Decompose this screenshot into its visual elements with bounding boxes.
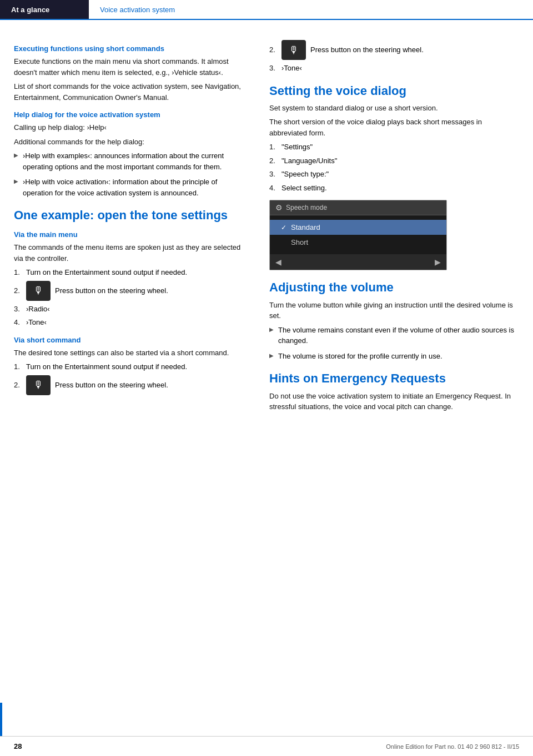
hints-emergency-title: Hints on Emergency Requests bbox=[269, 371, 519, 386]
page-number: 28 bbox=[14, 742, 22, 750]
section-executing-functions: Executing functions using short commands… bbox=[14, 44, 242, 103]
setting-voice-dialog-title: Setting the voice dialog bbox=[269, 84, 519, 98]
one-example-title: One example: open the tone settings bbox=[14, 208, 242, 223]
right-step-2: 2. 🎙 Press button on the steering wheel. bbox=[269, 40, 519, 60]
accent-line bbox=[0, 703, 2, 736]
checkmark-icon: ✓ bbox=[281, 224, 286, 231]
via-main-menu-para: The commands of the menu items are spoke… bbox=[14, 242, 242, 264]
nav-arrow-left-icon: ◀ bbox=[275, 258, 281, 266]
main-menu-step-3-text: ›Radio‹ bbox=[26, 304, 50, 315]
short-cmd-step-1-text: Turn on the Entertainment sound output i… bbox=[26, 361, 187, 372]
screenshot-speech-mode: ⚙ Speech mode ✓ Standard ✓ Short ◀ ▶ bbox=[269, 200, 447, 270]
main-menu-step-2-text: Press button on the steering wheel. bbox=[55, 285, 168, 296]
screenshot-item-short: ✓ Short bbox=[270, 235, 446, 250]
help-bullet-2: ▶ ›Help with voice activation‹: informat… bbox=[14, 177, 242, 198]
volume-bullet-2: ▶ The volume is stored for the profile c… bbox=[269, 351, 519, 362]
via-short-command-title: Via short command bbox=[14, 336, 242, 344]
screenshot-item-standard: ✓ Standard bbox=[270, 220, 446, 235]
screenshot-item-standard-label: Standard bbox=[291, 223, 320, 231]
voice-step-3: 3. "Speech type:" bbox=[269, 169, 519, 180]
main-menu-step-3: 3. ›Radio‹ bbox=[14, 304, 242, 315]
header-section-left: At a glance bbox=[0, 0, 89, 19]
adjusting-volume-title: Adjusting the volume bbox=[269, 280, 519, 295]
right-step-2-text: Press button on the steering wheel. bbox=[310, 44, 424, 56]
voice-step-2-text: "Language/Units" bbox=[281, 155, 337, 167]
volume-bullets: ▶ The volume remains constant even if th… bbox=[269, 325, 519, 362]
via-short-command-para: The desired tone settings can also be st… bbox=[14, 347, 242, 359]
left-column: Executing functions using short commands… bbox=[0, 31, 255, 421]
main-menu-step-1-text: Turn on the Entertainment sound output i… bbox=[26, 267, 187, 278]
executing-functions-title: Executing functions using short commands bbox=[14, 44, 242, 53]
main-menu-step-2: 2. 🎙 Press button on the steering wheel. bbox=[14, 281, 242, 301]
help-bullet-2-text: ›Help with voice activation‹: informatio… bbox=[23, 177, 242, 198]
executing-functions-para2: List of short commands for the voice act… bbox=[14, 81, 242, 103]
speech-mode-icon: ⚙ bbox=[275, 203, 283, 212]
main-content: Executing functions using short commands… bbox=[0, 20, 533, 432]
setting-voice-dialog-para1: Set system to standard dialog or use a s… bbox=[269, 103, 519, 114]
via-main-menu-title: Via the main menu bbox=[14, 230, 242, 239]
bullet-triangle-icon: ▶ bbox=[14, 177, 18, 185]
screenshot-header: ⚙ Speech mode bbox=[270, 200, 446, 215]
steering-wheel-button-icon-2: 🎙 bbox=[26, 375, 51, 395]
volume-bullet-1: ▶ The volume remains constant even if th… bbox=[269, 325, 519, 346]
steering-wheel-button-icon-3: 🎙 bbox=[281, 40, 306, 60]
steering-wheel-button-icon: 🎙 bbox=[26, 281, 51, 301]
help-dialog-para1: Calling up help dialog: ›Help‹ bbox=[14, 122, 242, 133]
short-cmd-step-2: 2. 🎙 Press button on the steering wheel. bbox=[14, 375, 242, 395]
subsection-via-short-command: Via short command The desired tone setti… bbox=[14, 336, 242, 395]
right-top-steps: 2. 🎙 Press button on the steering wheel.… bbox=[269, 40, 519, 74]
bullet-triangle-icon: ▶ bbox=[269, 351, 274, 360]
executing-functions-para1: Execute functions on the main menu via s… bbox=[14, 56, 242, 78]
help-bullet-1-text: ›Help with examples‹: announces informat… bbox=[23, 150, 242, 172]
help-dialog-title: Help dialog for the voice activation sys… bbox=[14, 110, 242, 119]
screenshot-item-short-label: Short bbox=[291, 238, 308, 246]
voice-step-2: 2. "Language/Units" bbox=[269, 155, 519, 167]
footer-text: Online Edition for Part no. 01 40 2 960 … bbox=[386, 743, 519, 750]
main-menu-step-4-text: ›Tone‹ bbox=[26, 317, 47, 328]
header-left-label: At a glance bbox=[11, 6, 49, 14]
nav-arrow-right-icon: ▶ bbox=[435, 258, 441, 266]
via-main-menu-steps: 1. Turn on the Entertainment sound outpu… bbox=[14, 267, 242, 328]
via-short-command-steps: 1. Turn on the Entertainment sound outpu… bbox=[14, 361, 242, 395]
short-cmd-step-1: 1. Turn on the Entertainment sound outpu… bbox=[14, 361, 242, 372]
bullet-triangle-icon: ▶ bbox=[269, 325, 274, 334]
section-adjusting-volume: Adjusting the volume Turn the volume but… bbox=[269, 280, 519, 361]
voice-step-3-text: "Speech type:" bbox=[281, 169, 329, 180]
header-right-label: Voice activation system bbox=[100, 6, 175, 14]
right-step-3-text: ›Tone‹ bbox=[281, 63, 302, 74]
page-footer: 28 Online Edition for Part no. 01 40 2 9… bbox=[0, 736, 533, 756]
bullet-triangle-icon: ▶ bbox=[14, 151, 18, 159]
help-dialog-para2: Additional commands for the help dialog: bbox=[14, 137, 242, 148]
main-menu-step-4: 4. ›Tone‹ bbox=[14, 317, 242, 328]
screenshot-header-label: Speech mode bbox=[286, 204, 327, 211]
voice-dialog-steps: 1. "Settings" 2. "Language/Units" 3. "Sp… bbox=[269, 142, 519, 193]
right-step-3: 3. ›Tone‹ bbox=[269, 63, 519, 74]
setting-voice-dialog-para2: The short version of the voice dialog pl… bbox=[269, 117, 519, 138]
voice-step-1: 1. "Settings" bbox=[269, 142, 519, 153]
adjusting-volume-para: Turn the volume button while giving an i… bbox=[269, 300, 519, 321]
screenshot-nav: ◀ ▶ bbox=[270, 254, 446, 270]
volume-bullet-2-text: The volume is stored for the profile cur… bbox=[278, 351, 443, 362]
section-one-example: One example: open the tone settings Via … bbox=[14, 208, 242, 395]
header-section-right: Voice activation system bbox=[89, 0, 186, 19]
voice-step-4: 4. Select setting. bbox=[269, 183, 519, 194]
voice-step-4-text: Select setting. bbox=[281, 183, 327, 194]
help-bullet-1: ▶ ›Help with examples‹: announces inform… bbox=[14, 150, 242, 172]
volume-bullet-1-text: The volume remains constant even if the … bbox=[278, 325, 519, 346]
section-hints-emergency: Hints on Emergency Requests Do not use t… bbox=[269, 371, 519, 412]
page-header: At a glance Voice activation system bbox=[0, 0, 533, 20]
section-help-dialog: Help dialog for the voice activation sys… bbox=[14, 110, 242, 198]
subsection-via-main-menu: Via the main menu The commands of the me… bbox=[14, 230, 242, 328]
help-dialog-bullets: ▶ ›Help with examples‹: announces inform… bbox=[14, 150, 242, 198]
short-cmd-step-2-text: Press button on the steering wheel. bbox=[55, 380, 168, 391]
screenshot-body: ✓ Standard ✓ Short bbox=[270, 215, 446, 254]
right-col-step3: 2. 🎙 Press button on the steering wheel.… bbox=[269, 40, 519, 74]
voice-step-1-text: "Settings" bbox=[281, 142, 313, 153]
right-column: 2. 🎙 Press button on the steering wheel.… bbox=[255, 31, 533, 421]
section-setting-voice-dialog: Setting the voice dialog Set system to s… bbox=[269, 84, 519, 271]
main-menu-step-1: 1. Turn on the Entertainment sound outpu… bbox=[14, 267, 242, 278]
hints-emergency-para: Do not use the voice activation system t… bbox=[269, 391, 519, 412]
